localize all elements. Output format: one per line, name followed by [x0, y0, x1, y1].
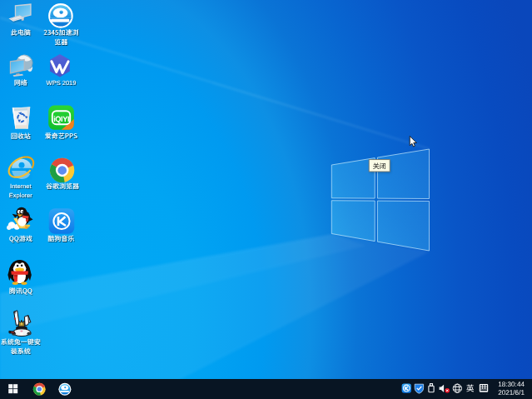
svg-text:Internet: Internet: [10, 182, 32, 190]
svg-text:2021/6/1: 2021/6/1: [498, 389, 525, 397]
svg-text:18:30:44: 18:30:44: [498, 381, 525, 388]
svg-text:WPS 2019: WPS 2019: [47, 79, 77, 87]
svg-text:Explorer: Explorer: [9, 192, 32, 199]
svg-text:iQIYI: iQIYI: [53, 115, 69, 123]
